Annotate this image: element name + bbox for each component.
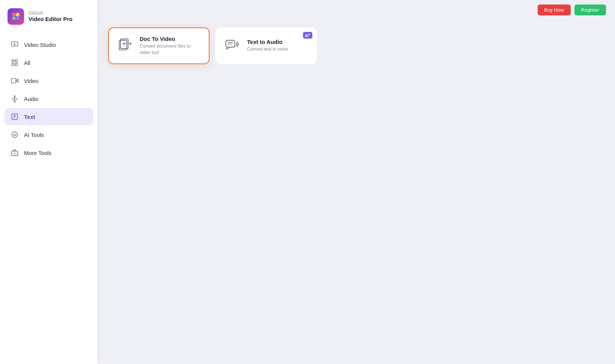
sidebar-item-all[interactable]: All [5,54,93,71]
svg-point-0 [12,13,16,17]
doc-to-video-icon [116,37,134,55]
sidebar-item-label: Text [24,114,35,120]
sidebar-item-video-studio[interactable]: Video Studio [5,36,93,53]
svg-rect-7 [15,60,18,62]
tools-icon [11,149,19,157]
tool-card-doc-to-video[interactable]: Doc To Video Convert document files to v… [108,27,210,64]
svg-rect-6 [12,60,14,62]
svg-rect-8 [12,63,14,66]
svg-rect-11 [11,78,16,83]
ai-icon: AI [11,131,19,139]
sidebar-item-label: Video Studio [24,42,56,48]
svg-rect-9 [15,63,18,66]
svg-rect-29 [226,40,235,47]
svg-marker-10 [16,79,18,82]
sidebar-item-audio[interactable]: Audio [5,90,93,107]
grid-icon [11,59,19,67]
tool-grid-area: Doc To Video Convert document files to v… [98,20,615,364]
sidebar-item-label: All [24,60,30,66]
svg-point-3 [16,17,20,20]
sidebar-item-label: More Tools [24,150,51,156]
sidebar-item-ai-tools[interactable]: AI AI Tools [5,126,93,143]
doc-to-video-text: Doc To Video Convert document files to v… [140,36,201,56]
svg-text:AI: AI [13,133,16,137]
sidebar-item-label: Audio [24,96,38,102]
text-icon [11,113,19,121]
logo-area: GiliSoft Video Editor Pro [0,0,98,33]
nav-list: Video Studio All Video Audio [0,33,98,364]
tool-card-title: Doc To Video [140,36,201,42]
sidebar-item-more-tools[interactable]: More Tools [5,144,93,161]
tool-card-title: Text to Audio [247,39,288,45]
text-to-audio-text: Text to Audio Convert text to voice [247,39,288,53]
logo-brand: GiliSoft [29,11,72,16]
sidebar-item-video[interactable]: Video [5,72,93,89]
svg-rect-12 [14,96,15,99]
tool-card-text-to-audio[interactable]: Text to Audio Convert text to voice AI [216,27,317,64]
svg-point-2 [12,17,16,20]
ai-badge: AI [303,32,312,39]
sidebar: GiliSoft Video Editor Pro Video Studio A… [0,0,98,364]
tool-grid: Doc To Video Convert document files to v… [108,27,604,64]
logo-product: Video Editor Pro [29,16,72,23]
logo-text: GiliSoft Video Editor Pro [29,11,72,23]
header-bar: Buy Now Register [98,0,615,20]
sidebar-item-label: AI Tools [24,132,44,138]
buy-button[interactable]: Buy Now [538,5,571,15]
tool-card-desc: Convert text to voice [247,46,288,53]
tool-card-desc: Convert document files to video tool [140,43,201,56]
app-logo-icon [8,8,24,25]
register-button[interactable]: Register [574,5,606,15]
svg-marker-5 [14,44,16,45]
video-icon [11,77,19,85]
audio-icon [11,95,19,103]
sidebar-item-label: Video [24,78,38,84]
main-content: Buy Now Register [98,0,615,364]
sidebar-item-text[interactable]: Text [5,108,93,125]
text-to-audio-icon [224,37,242,55]
play-icon [11,41,19,49]
svg-point-1 [16,13,20,17]
